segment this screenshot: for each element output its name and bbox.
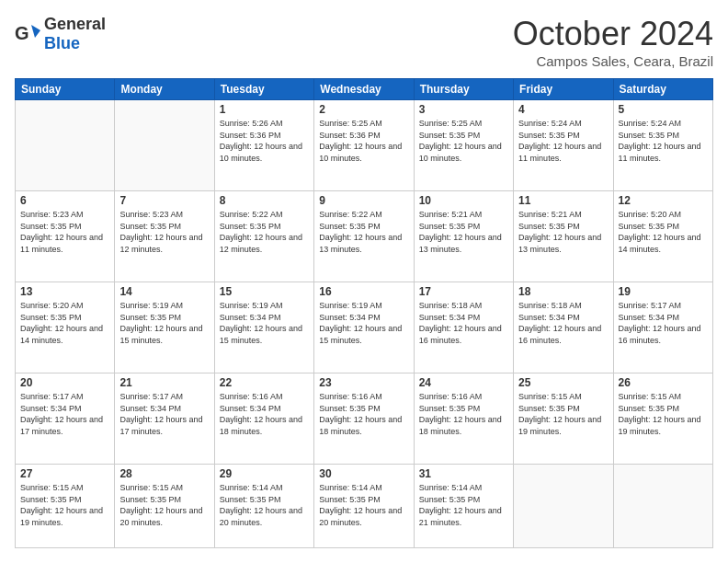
day-info: Sunrise: 5:19 AM Sunset: 5:34 PM Dayligh… [319,300,408,346]
calendar-cell: 10Sunrise: 5:21 AM Sunset: 5:35 PM Dayli… [414,191,513,282]
calendar-week-2: 13Sunrise: 5:20 AM Sunset: 5:35 PM Dayli… [16,282,713,373]
day-info: Sunrise: 5:18 AM Sunset: 5:34 PM Dayligh… [419,300,508,346]
svg-marker-1 [31,25,40,38]
calendar-cell: 9Sunrise: 5:22 AM Sunset: 5:35 PM Daylig… [314,191,414,282]
calendar-cell: 3Sunrise: 5:25 AM Sunset: 5:35 PM Daylig… [414,100,513,191]
logo-icon: G [15,21,40,47]
day-info: Sunrise: 5:20 AM Sunset: 5:35 PM Dayligh… [20,300,109,346]
calendar-cell [613,465,712,548]
calendar-cell: 31Sunrise: 5:14 AM Sunset: 5:35 PM Dayli… [414,465,513,548]
day-number: 5 [619,103,708,116]
day-number: 29 [220,467,309,480]
calendar-cell: 4Sunrise: 5:24 AM Sunset: 5:35 PM Daylig… [514,100,613,191]
calendar-header-thursday: Thursday [414,79,513,100]
day-info: Sunrise: 5:19 AM Sunset: 5:34 PM Dayligh… [220,300,309,346]
calendar-week-0: 1Sunrise: 5:26 AM Sunset: 5:36 PM Daylig… [16,100,713,191]
day-info: Sunrise: 5:15 AM Sunset: 5:35 PM Dayligh… [518,391,608,437]
calendar-header-saturday: Saturday [613,79,712,100]
day-info: Sunrise: 5:22 AM Sunset: 5:35 PM Dayligh… [220,209,309,255]
day-info: Sunrise: 5:25 AM Sunset: 5:35 PM Dayligh… [419,118,508,164]
calendar-cell [514,465,613,548]
day-info: Sunrise: 5:17 AM Sunset: 5:34 PM Dayligh… [119,391,209,437]
calendar-header-row: SundayMondayTuesdayWednesdayThursdayFrid… [16,79,713,100]
day-number: 10 [419,194,508,207]
day-info: Sunrise: 5:16 AM Sunset: 5:35 PM Dayligh… [419,391,508,437]
day-number: 28 [119,467,209,480]
logo-general: General [44,15,106,33]
calendar-cell: 15Sunrise: 5:19 AM Sunset: 5:34 PM Dayli… [214,282,313,373]
calendar-cell: 5Sunrise: 5:24 AM Sunset: 5:35 PM Daylig… [613,100,712,191]
day-info: Sunrise: 5:24 AM Sunset: 5:35 PM Dayligh… [518,118,608,164]
svg-text:G: G [15,23,29,43]
calendar-cell: 19Sunrise: 5:17 AM Sunset: 5:34 PM Dayli… [613,282,712,373]
day-info: Sunrise: 5:20 AM Sunset: 5:35 PM Dayligh… [619,209,708,255]
day-number: 22 [220,376,309,389]
day-info: Sunrise: 5:14 AM Sunset: 5:35 PM Dayligh… [220,482,309,528]
calendar-cell: 20Sunrise: 5:17 AM Sunset: 5:34 PM Dayli… [16,373,115,465]
day-info: Sunrise: 5:25 AM Sunset: 5:36 PM Dayligh… [319,118,408,164]
day-number: 7 [119,194,209,207]
calendar-cell: 28Sunrise: 5:15 AM Sunset: 5:35 PM Dayli… [115,465,214,548]
day-number: 19 [619,285,708,298]
calendar-cell: 21Sunrise: 5:17 AM Sunset: 5:34 PM Dayli… [115,373,214,465]
day-info: Sunrise: 5:19 AM Sunset: 5:35 PM Dayligh… [119,300,209,346]
day-number: 11 [518,194,608,207]
calendar-header-monday: Monday [115,79,214,100]
calendar-cell: 2Sunrise: 5:25 AM Sunset: 5:36 PM Daylig… [314,100,414,191]
header: G General Blue October 2024 Campos Sales… [15,15,713,69]
calendar-cell: 22Sunrise: 5:16 AM Sunset: 5:34 PM Dayli… [214,373,313,465]
calendar-week-4: 27Sunrise: 5:15 AM Sunset: 5:35 PM Dayli… [16,465,713,548]
calendar-cell [115,100,214,191]
day-number: 21 [119,376,209,389]
calendar-header-wednesday: Wednesday [314,79,414,100]
day-info: Sunrise: 5:17 AM Sunset: 5:34 PM Dayligh… [20,391,109,437]
calendar-cell: 17Sunrise: 5:18 AM Sunset: 5:34 PM Dayli… [414,282,513,373]
calendar-cell: 25Sunrise: 5:15 AM Sunset: 5:35 PM Dayli… [514,373,613,465]
day-info: Sunrise: 5:14 AM Sunset: 5:35 PM Dayligh… [319,482,408,528]
day-number: 13 [20,285,109,298]
calendar-header-friday: Friday [514,79,613,100]
day-number: 2 [319,103,408,116]
day-number: 20 [20,376,109,389]
day-info: Sunrise: 5:15 AM Sunset: 5:35 PM Dayligh… [619,391,708,437]
calendar-cell: 24Sunrise: 5:16 AM Sunset: 5:35 PM Dayli… [414,373,513,465]
day-info: Sunrise: 5:22 AM Sunset: 5:35 PM Dayligh… [319,209,408,255]
calendar-cell: 29Sunrise: 5:14 AM Sunset: 5:35 PM Dayli… [214,465,313,548]
day-info: Sunrise: 5:21 AM Sunset: 5:35 PM Dayligh… [518,209,608,255]
calendar-header-tuesday: Tuesday [214,79,313,100]
calendar-cell: 6Sunrise: 5:23 AM Sunset: 5:35 PM Daylig… [16,191,115,282]
day-info: Sunrise: 5:16 AM Sunset: 5:34 PM Dayligh… [220,391,309,437]
day-info: Sunrise: 5:17 AM Sunset: 5:34 PM Dayligh… [619,300,708,346]
day-number: 26 [619,376,708,389]
day-number: 27 [20,467,109,480]
calendar-header-sunday: Sunday [16,79,115,100]
calendar-cell: 12Sunrise: 5:20 AM Sunset: 5:35 PM Dayli… [613,191,712,282]
calendar-cell: 7Sunrise: 5:23 AM Sunset: 5:35 PM Daylig… [115,191,214,282]
calendar-cell: 11Sunrise: 5:21 AM Sunset: 5:35 PM Dayli… [514,191,613,282]
calendar-cell: 14Sunrise: 5:19 AM Sunset: 5:35 PM Dayli… [115,282,214,373]
day-info: Sunrise: 5:26 AM Sunset: 5:36 PM Dayligh… [220,118,309,164]
day-number: 6 [20,194,109,207]
logo: G General Blue [15,15,106,53]
calendar-cell: 8Sunrise: 5:22 AM Sunset: 5:35 PM Daylig… [214,191,313,282]
day-number: 17 [419,285,508,298]
calendar-cell: 27Sunrise: 5:15 AM Sunset: 5:35 PM Dayli… [16,465,115,548]
calendar-week-1: 6Sunrise: 5:23 AM Sunset: 5:35 PM Daylig… [16,191,713,282]
day-number: 8 [220,194,309,207]
day-number: 12 [619,194,708,207]
day-number: 9 [319,194,408,207]
day-number: 15 [220,285,309,298]
calendar-cell: 30Sunrise: 5:14 AM Sunset: 5:35 PM Dayli… [314,465,414,548]
title-section: October 2024 Campos Sales, Ceara, Brazil [513,15,713,69]
calendar-week-3: 20Sunrise: 5:17 AM Sunset: 5:34 PM Dayli… [16,373,713,465]
day-number: 25 [518,376,608,389]
calendar-cell [16,100,115,191]
day-number: 18 [518,285,608,298]
calendar-table: SundayMondayTuesdayWednesdayThursdayFrid… [15,78,713,548]
logo-blue: Blue [44,34,80,52]
day-number: 30 [319,467,408,480]
day-number: 16 [319,285,408,298]
day-number: 14 [119,285,209,298]
calendar-cell: 18Sunrise: 5:18 AM Sunset: 5:34 PM Dayli… [514,282,613,373]
month-title: October 2024 [513,15,713,53]
